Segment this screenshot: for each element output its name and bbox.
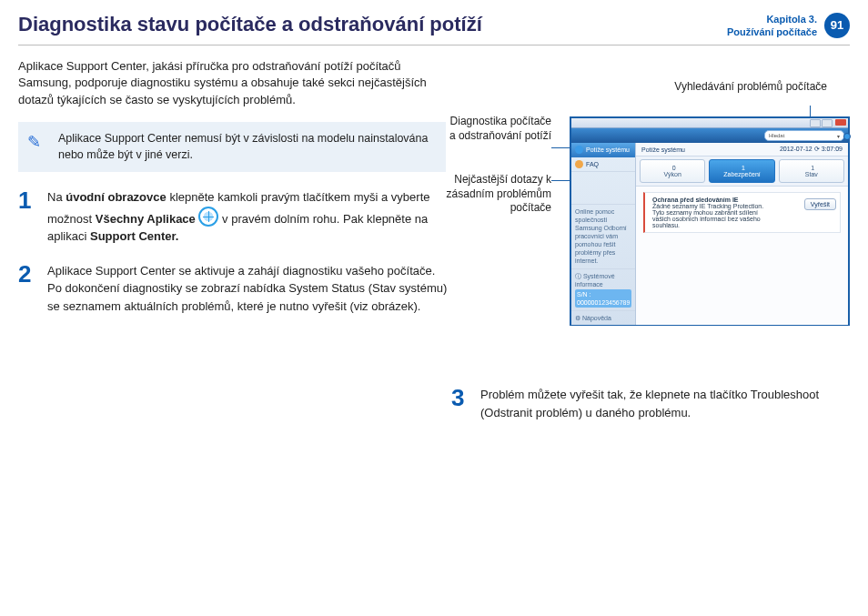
issue-title: Ochrana před sledováním IE	[652, 197, 739, 203]
intro-paragraph: Aplikace Support Center, jakási příručka…	[18, 58, 437, 110]
page-number-badge: 91	[824, 13, 850, 38]
faq-icon	[575, 160, 583, 168]
note-icon: ✎	[27, 131, 41, 154]
tab-status[interactable]: 1 Stav	[779, 159, 844, 183]
step-2-number: 2	[18, 262, 38, 316]
header-divider	[18, 45, 850, 45]
step-3-body: Problém můžete vyřešit tak, že klepnete …	[480, 386, 855, 421]
step-1-number: 1	[18, 188, 38, 246]
main-panel-header: Potíže systému 2012-07-12 ⟳ 3:07:09	[636, 143, 848, 157]
window-toolbar: Hledat▾	[571, 128, 848, 143]
window-titlebar	[571, 118, 848, 128]
callout-diagnostics: Diagnostika počítače a odstraňování potí…	[446, 115, 551, 143]
sidebar: Potíže systému FAQ Online pomoc společno…	[571, 143, 636, 325]
chapter-line1: Kapitola 3.	[727, 13, 817, 25]
sidebar-help[interactable]: ⚙ Nápověda	[571, 310, 635, 325]
step-3-number: 3	[451, 386, 471, 421]
chapter-info: Kapitola 3. Používání počítače 91	[727, 9, 850, 39]
callout-search: Vyhledávání problémů počítače	[674, 80, 827, 95]
system-issues-icon	[575, 146, 583, 154]
all-apps-icon	[198, 207, 218, 227]
sidebar-item-faq[interactable]: FAQ	[571, 157, 635, 172]
support-center-window: Hledat▾ Potíže systému FAQ Online pomoc …	[570, 116, 850, 326]
step-2-body: Aplikace Support Center se aktivuje a za…	[47, 262, 448, 316]
step-1: 1 Na úvodní obrazovce klepněte kamkoli p…	[18, 188, 448, 246]
tab-security[interactable]: 1 Zabezpečení	[709, 159, 774, 183]
troubleshoot-button[interactable]: Vyřešit	[804, 198, 836, 210]
issue-item: Ochrana před sledováním IE Žádné seznamy…	[643, 192, 841, 233]
sidebar-item-system-issues[interactable]: Potíže systému	[571, 143, 635, 157]
callout-faq: Nejčastější dotazy k zásadním problémům …	[446, 173, 551, 216]
status-tabs: 0 Výkon 1 Zabezpečení 1 Stav	[636, 157, 848, 187]
main-panel: Potíže systému 2012-07-12 ⟳ 3:07:09 0 Vý…	[636, 143, 848, 325]
step-2: 2 Aplikace Support Center se aktivuje a …	[18, 262, 448, 316]
sidebar-online-help[interactable]: Online pomoc společnosti Samsung Odborní…	[571, 204, 635, 268]
note-text: Aplikace Support Center nemusí být v záv…	[58, 132, 428, 161]
page-title: Diagnostika stavu počítače a odstraňován…	[18, 13, 482, 36]
sidebar-sysinfo[interactable]: ⓘ Systémové informace S/N : 000000123456…	[571, 268, 635, 310]
close-button[interactable]	[835, 119, 846, 126]
search-input[interactable]: Hledat▾	[764, 130, 844, 141]
maximize-button[interactable]	[822, 119, 833, 127]
step-1-body: Na úvodní obrazovce klepněte kamkoli pra…	[47, 188, 448, 246]
tab-performance[interactable]: 0 Výkon	[640, 159, 705, 183]
step-3: 3 Problém můžete vyřešit tak, že klepnet…	[451, 386, 855, 421]
issue-description: Žádné seznamy IE Tracking Protection. Ty…	[652, 203, 763, 228]
issue-list: Ochrana před sledováním IE Žádné seznamy…	[636, 187, 848, 325]
chapter-line2: Používání počítače	[727, 25, 817, 38]
minimize-button[interactable]	[810, 119, 821, 127]
note-box: ✎ Aplikace Support Center nemusí být v z…	[18, 122, 446, 172]
